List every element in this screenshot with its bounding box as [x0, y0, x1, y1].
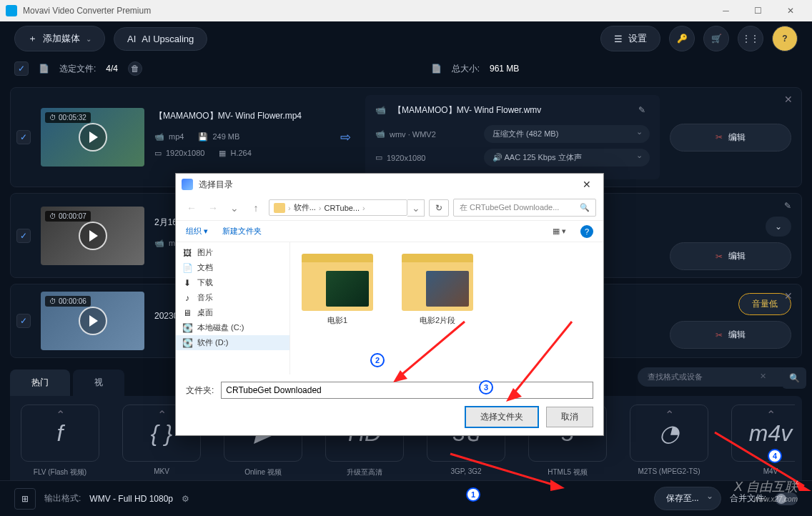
- item-checkbox[interactable]: ✓: [16, 314, 31, 328]
- key-button[interactable]: 🔑: [669, 26, 695, 51]
- app-logo-icon: [6, 5, 17, 16]
- card-close-icon[interactable]: ✕: [784, 94, 793, 105]
- output-resolution: ▭ 1920x1080: [375, 153, 475, 162]
- size-icon: 📄: [431, 64, 442, 74]
- ai-icon: AI: [127, 34, 136, 44]
- tree-item[interactable]: 💽软件 (D:): [176, 335, 289, 350]
- output-format-label: 输出格式:: [44, 492, 81, 505]
- cancel-button[interactable]: 取消: [546, 407, 593, 427]
- edit-label: 编辑: [728, 250, 746, 262]
- tab-popular[interactable]: 热门: [10, 369, 70, 396]
- format-search-input[interactable]: 查找格式或设备 ✕: [638, 367, 795, 387]
- compress-select[interactable]: 压缩文件 (482 MB): [484, 125, 650, 143]
- card-close-icon[interactable]: ✕: [784, 290, 793, 302]
- video-thumbnail[interactable]: ⏱ 00:05:32: [41, 108, 144, 167]
- dialog-icon: [182, 179, 193, 190]
- organize-button[interactable]: 组织 ▾: [186, 226, 208, 237]
- share-button[interactable]: ⋮⋮: [738, 26, 763, 51]
- clear-search-icon[interactable]: ✕: [760, 372, 766, 381]
- save-to-button[interactable]: 保存至...: [654, 487, 721, 510]
- play-icon[interactable]: [79, 123, 107, 152]
- window-title: Movavi Video Converter Premium: [23, 6, 710, 16]
- file-icon: 📄: [39, 64, 49, 74]
- gear-icon[interactable]: ⚙: [182, 494, 189, 504]
- delete-button[interactable]: 🗑: [128, 61, 142, 76]
- item-checkbox[interactable]: ✓: [16, 229, 31, 243]
- low-volume-badge[interactable]: 音量低: [738, 293, 791, 315]
- duration-badge: ⏱ 00:05:32: [45, 112, 91, 123]
- ai-upscaling-button[interactable]: AI AI Upscaling: [114, 27, 207, 51]
- edit-label: 编辑: [728, 132, 746, 144]
- crumb-segment[interactable]: CRTube...: [325, 204, 360, 212]
- output-panel: 📹 【MAMAMOO】MV- Wind Flower.wmv ✎ 📹 wmv ·…: [365, 95, 660, 179]
- crumb-dropdown[interactable]: ⌄: [407, 199, 425, 217]
- nav-recent-button[interactable]: ⌄: [226, 199, 243, 217]
- dialog-nav: ← → ⌄ ↑ › 软件... › CRTube... › ⌄ ↻ 在 CRTu…: [176, 195, 603, 221]
- tree-item[interactable]: ♪音乐: [176, 290, 289, 305]
- scissors-icon: ✂: [716, 132, 723, 142]
- video-thumbnail[interactable]: ⏱ 00:00:06: [41, 292, 144, 350]
- duration-badge: ⏱ 00:00:06: [45, 296, 91, 307]
- dropdown-button[interactable]: ⌄: [766, 217, 791, 237]
- windows-icon[interactable]: ⊞: [14, 488, 36, 510]
- view-mode-button[interactable]: ▦ ▾: [553, 227, 566, 236]
- edit-button[interactable]: ✂ 编辑: [670, 321, 791, 349]
- cart-button[interactable]: 🛒: [703, 26, 729, 51]
- format-value: 📹 m: [154, 239, 175, 248]
- minimize-button[interactable]: ─: [710, 0, 742, 21]
- maximize-button[interactable]: ☐: [742, 0, 774, 21]
- out-icon: 📹: [375, 105, 386, 115]
- file-card: ✕ ✓ ⏱ 00:05:32 【MAMAMOO】MV- Wind Flower.…: [10, 87, 802, 187]
- close-button[interactable]: ✕: [774, 0, 806, 21]
- select-all-checkbox[interactable]: ✓: [14, 61, 29, 76]
- tab-video[interactable]: 视: [73, 369, 124, 396]
- select-folder-button[interactable]: 选择文件夹: [465, 406, 539, 428]
- format-tile[interactable]: fFLV (Flash 视频): [17, 405, 103, 477]
- nav-forward-button[interactable]: →: [204, 199, 222, 217]
- audio-select[interactable]: 🔊 AAC 125 Kbps 立体声: [484, 149, 650, 167]
- convert-arrow-icon: ⇨: [340, 129, 351, 145]
- search-box-button[interactable]: 🔍: [782, 367, 806, 389]
- file-name: 【MAMAMOO】MV- Wind Flower.mp4: [154, 110, 326, 122]
- window-titlebar: Movavi Video Converter Premium ─ ☐ ✕: [0, 0, 812, 21]
- breadcrumb[interactable]: › 软件... › CRTube... ›: [269, 199, 407, 216]
- folder-tree: 🖼图片📄文档⬇下载♪音乐🖥桌面💽本地磁盘 (C:)💽软件 (D:): [176, 242, 290, 374]
- folder-item[interactable]: 电影2片段: [402, 254, 473, 326]
- tree-item[interactable]: 🖼图片: [176, 245, 289, 260]
- dialog-help-button[interactable]: ?: [580, 225, 593, 238]
- size-value: 💾 249 MB: [198, 132, 239, 142]
- folder-item[interactable]: 电影1: [302, 254, 373, 326]
- rename-icon[interactable]: ✎: [784, 201, 791, 211]
- edit-button[interactable]: ✂ 编辑: [670, 124, 791, 152]
- settings-button[interactable]: ☰ 设置: [600, 26, 660, 51]
- duration-badge: ⏱ 00:00:07: [45, 211, 91, 222]
- tree-item[interactable]: 🖥桌面: [176, 305, 289, 320]
- rename-icon[interactable]: ✎: [634, 102, 650, 118]
- refresh-button[interactable]: ↻: [429, 199, 449, 217]
- dialog-close-button[interactable]: ✕: [576, 179, 598, 190]
- item-checkbox[interactable]: ✓: [16, 130, 31, 144]
- tree-item[interactable]: 📄文档: [176, 260, 289, 275]
- nav-up-button[interactable]: ↑: [247, 199, 264, 217]
- tree-item[interactable]: 💽本地磁盘 (C:): [176, 320, 289, 335]
- dialog-search-input[interactable]: 在 CRTubeGet Downloade... 🔍: [453, 199, 596, 217]
- play-icon[interactable]: [79, 307, 107, 335]
- folder-name-input[interactable]: [221, 382, 593, 399]
- add-media-button[interactable]: ＋ 添加媒体 ⌄: [14, 26, 105, 51]
- play-icon[interactable]: [79, 222, 107, 250]
- watermark: X 自由互联 www.x27.com: [734, 478, 798, 503]
- edit-button[interactable]: ✂ 编辑: [670, 242, 791, 270]
- tree-item[interactable]: ⬇下载: [176, 275, 289, 290]
- crumb-segment[interactable]: 软件...: [294, 202, 316, 213]
- output-format-value: WMV - Full HD 1080p: [89, 494, 173, 504]
- format-tile[interactable]: m4vM4V: [728, 405, 795, 477]
- toolbar: ＋ 添加媒体 ⌄ AI AI Upscaling ☰ 设置 🔑 🛒 ⋮⋮ ?: [0, 21, 812, 56]
- video-thumbnail[interactable]: ⏱ 00:00:07: [41, 207, 144, 265]
- format-value: 📹 mp4: [154, 132, 184, 142]
- new-folder-button[interactable]: 新建文件夹: [222, 226, 262, 237]
- format-tile[interactable]: ◔M2TS (MPEG2-TS): [626, 405, 712, 477]
- help-button[interactable]: ?: [772, 26, 798, 51]
- total-size-value: 961 MB: [490, 64, 519, 74]
- nav-back-button[interactable]: ←: [183, 199, 200, 217]
- selected-files-value: 4/4: [106, 64, 118, 74]
